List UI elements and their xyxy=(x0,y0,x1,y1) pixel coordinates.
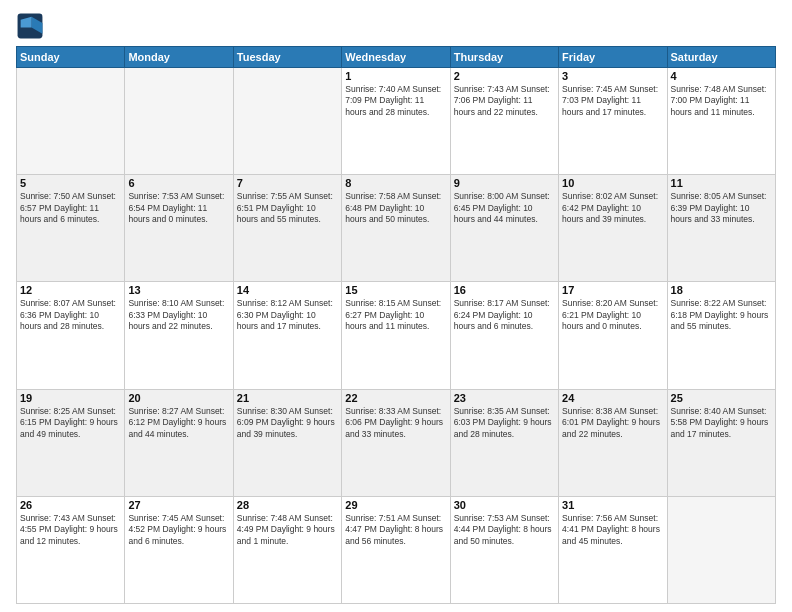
day-cell: 10Sunrise: 8:02 AM Sunset: 6:42 PM Dayli… xyxy=(559,175,667,282)
day-number: 25 xyxy=(671,392,772,404)
day-number: 4 xyxy=(671,70,772,82)
day-number: 21 xyxy=(237,392,338,404)
day-info: Sunrise: 8:10 AM Sunset: 6:33 PM Dayligh… xyxy=(128,298,229,332)
day-cell: 25Sunrise: 8:40 AM Sunset: 5:58 PM Dayli… xyxy=(667,389,775,496)
day-cell xyxy=(125,68,233,175)
day-number: 17 xyxy=(562,284,663,296)
logo-icon xyxy=(16,12,44,40)
day-cell: 5Sunrise: 7:50 AM Sunset: 6:57 PM Daylig… xyxy=(17,175,125,282)
day-number: 2 xyxy=(454,70,555,82)
day-cell: 21Sunrise: 8:30 AM Sunset: 6:09 PM Dayli… xyxy=(233,389,341,496)
day-number: 19 xyxy=(20,392,121,404)
day-number: 6 xyxy=(128,177,229,189)
day-info: Sunrise: 7:56 AM Sunset: 4:41 PM Dayligh… xyxy=(562,513,663,547)
day-info: Sunrise: 8:05 AM Sunset: 6:39 PM Dayligh… xyxy=(671,191,772,225)
day-info: Sunrise: 8:20 AM Sunset: 6:21 PM Dayligh… xyxy=(562,298,663,332)
day-cell: 17Sunrise: 8:20 AM Sunset: 6:21 PM Dayli… xyxy=(559,282,667,389)
day-info: Sunrise: 8:02 AM Sunset: 6:42 PM Dayligh… xyxy=(562,191,663,225)
day-number: 9 xyxy=(454,177,555,189)
weekday-header-thursday: Thursday xyxy=(450,47,558,68)
day-cell: 12Sunrise: 8:07 AM Sunset: 6:36 PM Dayli… xyxy=(17,282,125,389)
day-info: Sunrise: 8:27 AM Sunset: 6:12 PM Dayligh… xyxy=(128,406,229,440)
day-cell xyxy=(667,496,775,603)
day-cell: 14Sunrise: 8:12 AM Sunset: 6:30 PM Dayli… xyxy=(233,282,341,389)
day-info: Sunrise: 7:40 AM Sunset: 7:09 PM Dayligh… xyxy=(345,84,446,118)
day-info: Sunrise: 7:55 AM Sunset: 6:51 PM Dayligh… xyxy=(237,191,338,225)
day-number: 22 xyxy=(345,392,446,404)
day-number: 3 xyxy=(562,70,663,82)
day-info: Sunrise: 7:43 AM Sunset: 7:06 PM Dayligh… xyxy=(454,84,555,118)
logo xyxy=(16,12,48,40)
day-info: Sunrise: 7:50 AM Sunset: 6:57 PM Dayligh… xyxy=(20,191,121,225)
day-cell: 22Sunrise: 8:33 AM Sunset: 6:06 PM Dayli… xyxy=(342,389,450,496)
weekday-header-sunday: Sunday xyxy=(17,47,125,68)
day-number: 29 xyxy=(345,499,446,511)
day-number: 15 xyxy=(345,284,446,296)
day-number: 30 xyxy=(454,499,555,511)
day-info: Sunrise: 7:48 AM Sunset: 4:49 PM Dayligh… xyxy=(237,513,338,547)
day-cell: 11Sunrise: 8:05 AM Sunset: 6:39 PM Dayli… xyxy=(667,175,775,282)
week-row-1: 1Sunrise: 7:40 AM Sunset: 7:09 PM Daylig… xyxy=(17,68,776,175)
day-info: Sunrise: 8:12 AM Sunset: 6:30 PM Dayligh… xyxy=(237,298,338,332)
day-cell: 15Sunrise: 8:15 AM Sunset: 6:27 PM Dayli… xyxy=(342,282,450,389)
day-number: 7 xyxy=(237,177,338,189)
week-row-3: 12Sunrise: 8:07 AM Sunset: 6:36 PM Dayli… xyxy=(17,282,776,389)
week-row-4: 19Sunrise: 8:25 AM Sunset: 6:15 PM Dayli… xyxy=(17,389,776,496)
day-number: 27 xyxy=(128,499,229,511)
day-cell: 29Sunrise: 7:51 AM Sunset: 4:47 PM Dayli… xyxy=(342,496,450,603)
day-cell: 18Sunrise: 8:22 AM Sunset: 6:18 PM Dayli… xyxy=(667,282,775,389)
day-cell xyxy=(17,68,125,175)
weekday-header-monday: Monday xyxy=(125,47,233,68)
day-info: Sunrise: 7:58 AM Sunset: 6:48 PM Dayligh… xyxy=(345,191,446,225)
day-cell: 6Sunrise: 7:53 AM Sunset: 6:54 PM Daylig… xyxy=(125,175,233,282)
day-info: Sunrise: 8:00 AM Sunset: 6:45 PM Dayligh… xyxy=(454,191,555,225)
day-cell: 1Sunrise: 7:40 AM Sunset: 7:09 PM Daylig… xyxy=(342,68,450,175)
day-cell xyxy=(233,68,341,175)
day-cell: 31Sunrise: 7:56 AM Sunset: 4:41 PM Dayli… xyxy=(559,496,667,603)
day-number: 5 xyxy=(20,177,121,189)
day-cell: 3Sunrise: 7:45 AM Sunset: 7:03 PM Daylig… xyxy=(559,68,667,175)
day-number: 10 xyxy=(562,177,663,189)
day-cell: 2Sunrise: 7:43 AM Sunset: 7:06 PM Daylig… xyxy=(450,68,558,175)
day-info: Sunrise: 7:48 AM Sunset: 7:00 PM Dayligh… xyxy=(671,84,772,118)
day-info: Sunrise: 8:22 AM Sunset: 6:18 PM Dayligh… xyxy=(671,298,772,332)
day-number: 1 xyxy=(345,70,446,82)
day-info: Sunrise: 7:53 AM Sunset: 4:44 PM Dayligh… xyxy=(454,513,555,547)
day-cell: 20Sunrise: 8:27 AM Sunset: 6:12 PM Dayli… xyxy=(125,389,233,496)
day-info: Sunrise: 8:38 AM Sunset: 6:01 PM Dayligh… xyxy=(562,406,663,440)
day-number: 13 xyxy=(128,284,229,296)
day-cell: 26Sunrise: 7:43 AM Sunset: 4:55 PM Dayli… xyxy=(17,496,125,603)
day-cell: 7Sunrise: 7:55 AM Sunset: 6:51 PM Daylig… xyxy=(233,175,341,282)
day-number: 18 xyxy=(671,284,772,296)
day-info: Sunrise: 8:17 AM Sunset: 6:24 PM Dayligh… xyxy=(454,298,555,332)
day-info: Sunrise: 8:33 AM Sunset: 6:06 PM Dayligh… xyxy=(345,406,446,440)
day-number: 14 xyxy=(237,284,338,296)
day-cell: 27Sunrise: 7:45 AM Sunset: 4:52 PM Dayli… xyxy=(125,496,233,603)
day-info: Sunrise: 7:43 AM Sunset: 4:55 PM Dayligh… xyxy=(20,513,121,547)
day-info: Sunrise: 7:45 AM Sunset: 7:03 PM Dayligh… xyxy=(562,84,663,118)
day-cell: 8Sunrise: 7:58 AM Sunset: 6:48 PM Daylig… xyxy=(342,175,450,282)
day-info: Sunrise: 8:15 AM Sunset: 6:27 PM Dayligh… xyxy=(345,298,446,332)
day-info: Sunrise: 8:40 AM Sunset: 5:58 PM Dayligh… xyxy=(671,406,772,440)
day-cell: 23Sunrise: 8:35 AM Sunset: 6:03 PM Dayli… xyxy=(450,389,558,496)
day-cell: 4Sunrise: 7:48 AM Sunset: 7:00 PM Daylig… xyxy=(667,68,775,175)
day-number: 20 xyxy=(128,392,229,404)
day-cell: 9Sunrise: 8:00 AM Sunset: 6:45 PM Daylig… xyxy=(450,175,558,282)
calendar-table: SundayMondayTuesdayWednesdayThursdayFrid… xyxy=(16,46,776,604)
week-row-5: 26Sunrise: 7:43 AM Sunset: 4:55 PM Dayli… xyxy=(17,496,776,603)
weekday-header-tuesday: Tuesday xyxy=(233,47,341,68)
day-cell: 28Sunrise: 7:48 AM Sunset: 4:49 PM Dayli… xyxy=(233,496,341,603)
day-number: 24 xyxy=(562,392,663,404)
day-number: 26 xyxy=(20,499,121,511)
day-number: 12 xyxy=(20,284,121,296)
day-cell: 13Sunrise: 8:10 AM Sunset: 6:33 PM Dayli… xyxy=(125,282,233,389)
day-cell: 19Sunrise: 8:25 AM Sunset: 6:15 PM Dayli… xyxy=(17,389,125,496)
weekday-header-wednesday: Wednesday xyxy=(342,47,450,68)
day-number: 28 xyxy=(237,499,338,511)
day-cell: 16Sunrise: 8:17 AM Sunset: 6:24 PM Dayli… xyxy=(450,282,558,389)
weekday-header-friday: Friday xyxy=(559,47,667,68)
day-number: 8 xyxy=(345,177,446,189)
day-info: Sunrise: 8:35 AM Sunset: 6:03 PM Dayligh… xyxy=(454,406,555,440)
day-info: Sunrise: 7:51 AM Sunset: 4:47 PM Dayligh… xyxy=(345,513,446,547)
day-number: 11 xyxy=(671,177,772,189)
